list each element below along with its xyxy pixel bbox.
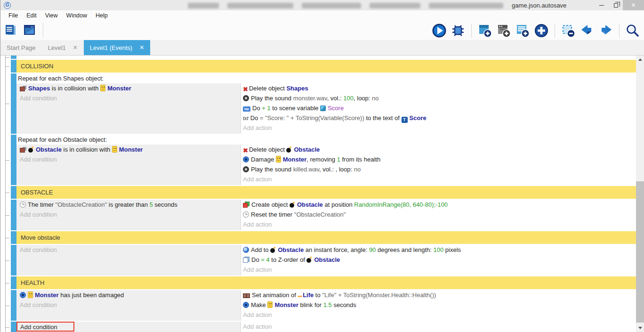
group-header[interactable]: Move obstacle (16, 231, 636, 244)
scroll-up-button[interactable] (636, 56, 644, 64)
add-circle-icon[interactable] (534, 23, 549, 38)
life-icon (298, 292, 302, 300)
event-gutter (0, 135, 11, 185)
add-condition-button-annotated[interactable]: Add condition (16, 322, 74, 332)
action-line[interactable]: Reset the timer "ObstacleCreation" (241, 210, 636, 219)
event-text-plain: Damage (251, 156, 276, 163)
event-selection-bar[interactable] (11, 231, 16, 244)
search-icon[interactable] (625, 23, 640, 38)
condition-line[interactable]: The timer "ObstacleCreation" is greater … (16, 200, 241, 210)
scroll-thumb[interactable] (636, 181, 644, 323)
undo-icon[interactable] (580, 23, 595, 38)
event-selection-bar[interactable] (11, 73, 16, 134)
add-action-button[interactable]: Add action (243, 311, 272, 318)
action-line[interactable]: Do = 4 to Z-order of Obstacle (241, 255, 636, 265)
condition-line[interactable]: Obstacle is in collision with Monster (16, 145, 241, 154)
arrow-down-icon (638, 327, 642, 329)
add-condition-button[interactable]: Add condition (20, 301, 57, 308)
menu-file[interactable]: File (4, 10, 22, 21)
action-line[interactable]: Make Monster blink for 1.5 seconds (241, 300, 636, 310)
remove-selection-icon[interactable] (561, 23, 576, 38)
scene-editor-icon[interactable] (22, 23, 37, 38)
close-button[interactable]: ✕ (623, 0, 644, 10)
action-line[interactable]: Add action (241, 174, 636, 184)
event-text-plain: Do (252, 105, 262, 112)
menu-view[interactable]: View (41, 10, 62, 21)
action-line[interactable]: Create object Obstacle at position Rando… (241, 200, 636, 210)
action-line[interactable]: Damage Monster, removing 1 from its heal… (241, 154, 636, 164)
add-condition-button[interactable]: Add condition (20, 211, 57, 218)
condition-line[interactable]: Add condition (16, 300, 241, 310)
event-text-obj: Obstacle (294, 146, 320, 153)
add-condition-button[interactable]: Add condition (20, 95, 57, 102)
event-selection-bar[interactable] (11, 276, 16, 289)
play-icon[interactable] (432, 23, 447, 38)
vertical-scrollbar[interactable] (636, 56, 644, 332)
health-icon (243, 302, 249, 308)
add-action-button[interactable]: Add action (243, 266, 272, 273)
tab-start-page[interactable]: Start Page (0, 40, 41, 55)
action-line[interactable]: Add action (241, 310, 636, 320)
tab-close-icon[interactable]: ✕ (139, 44, 144, 51)
event-selection-bar[interactable] (11, 245, 16, 275)
event-selection-bar[interactable] (11, 322, 16, 332)
condition-line[interactable]: Add condition (16, 154, 241, 164)
add-event-icon[interactable] (477, 23, 492, 38)
event-text-str: killed.wav (293, 166, 319, 173)
condition-line[interactable]: Monster has just been damaged (16, 290, 241, 300)
add-condition-button[interactable]: Add condition (20, 246, 57, 253)
minimize-button[interactable] (595, 0, 609, 10)
action-line[interactable]: Play the sound killed.wav, vol.: , loop:… (241, 164, 636, 174)
add-subevent-icon[interactable] (496, 23, 511, 38)
action-line[interactable]: Play the sound monster.wav, vol.: 100, l… (241, 93, 636, 103)
menu-window[interactable]: Window (62, 10, 91, 21)
event-selection-bar[interactable] (11, 186, 16, 199)
redo-icon[interactable] (598, 23, 613, 38)
action-line[interactable]: Do + 1 to scene variable Score (241, 103, 636, 113)
repeat-header[interactable]: Repeat for each Obstacle object: (16, 135, 636, 145)
condition-line[interactable]: Add condition (16, 210, 241, 219)
menu-edit[interactable]: Edit (22, 10, 41, 21)
event-selection-bar[interactable] (11, 135, 16, 185)
condition-line[interactable]: Add condition (16, 93, 241, 103)
menu-help[interactable]: Help (91, 10, 112, 21)
action-line[interactable]: Add to Obstacle an instant force, angle:… (241, 245, 636, 255)
tab-level1-events[interactable]: Level1 (Events) ✕ (84, 40, 150, 55)
repeat-header[interactable]: Repeat for each Shapes object: (16, 73, 636, 83)
condition-line[interactable]: Shapes is in collision with Monster (16, 83, 241, 93)
condition-line[interactable]: Add condition (16, 245, 241, 255)
titlebar: G game.json.autosave ✕ (0, 0, 644, 10)
action-line[interactable]: Add action (241, 265, 636, 275)
tab-close-icon[interactable]: ✕ (73, 44, 78, 51)
event-text-obj: Life (303, 292, 314, 299)
add-action-button[interactable]: Add action (243, 323, 272, 330)
action-line[interactable]: Add action (241, 219, 636, 229)
group-header[interactable]: HEALTH (16, 276, 636, 289)
event-selection-bar[interactable] (11, 60, 16, 73)
event-text-plain: has just been damaged (59, 292, 124, 299)
debug-icon[interactable] (451, 23, 466, 38)
events-sheet: COLLISIONRepeat for each Shapes object:S… (0, 55, 644, 332)
add-action-button[interactable]: Add action (243, 221, 272, 228)
group-header[interactable]: OBSTACLE (16, 186, 636, 199)
action-line[interactable]: Add action (241, 123, 636, 133)
add-comment-icon[interactable] (515, 23, 530, 38)
event-selection-bar[interactable] (11, 56, 16, 59)
restore-button[interactable] (609, 0, 623, 10)
action-line[interactable]: Delete object Obstacle (241, 145, 636, 154)
project-manager-icon[interactable] (3, 23, 18, 38)
event-selection-bar[interactable] (11, 200, 16, 230)
action-line[interactable]: Do = "Score: " + ToString(Variable(Score… (241, 113, 636, 123)
event-selection-bar[interactable] (11, 290, 16, 321)
tab-level1[interactable]: Level1 ✕ (41, 40, 83, 55)
add-action-button[interactable]: Add action (243, 124, 272, 131)
scroll-down-button[interactable] (636, 324, 644, 332)
event-text-plain: , removing (306, 156, 337, 163)
action-line[interactable]: Set animation of Life to "Life" + ToStri… (241, 290, 636, 300)
group-header[interactable]: COLLISION (16, 60, 636, 73)
action-line[interactable]: Add action (241, 322, 636, 332)
condition-line[interactable]: Add condition (16, 322, 241, 332)
action-line[interactable]: Delete object Shapes (241, 83, 636, 93)
add-condition-button[interactable]: Add condition (20, 156, 57, 163)
add-action-button[interactable]: Add action (243, 176, 272, 183)
